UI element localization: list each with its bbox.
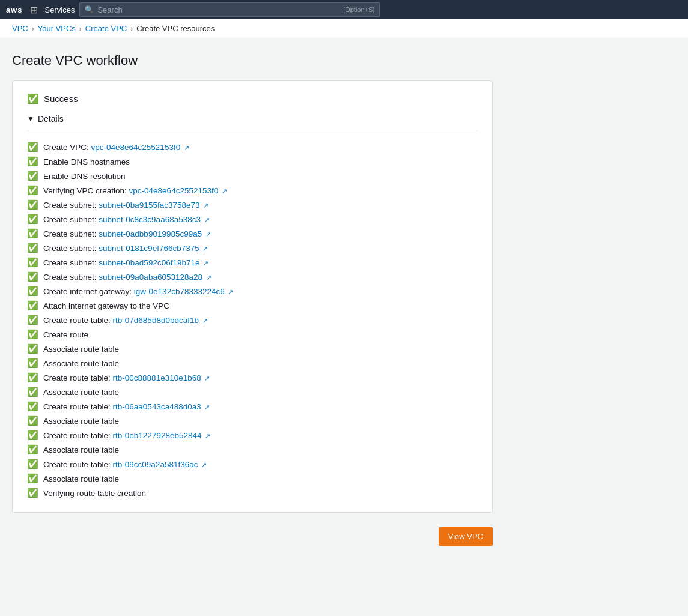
list-item: ✅ Verifying route table creation [27, 486, 478, 500]
aws-logo: aws [6, 5, 23, 14]
breadcrumb-current: Create VPC resources [136, 24, 215, 33]
vpc-link-1[interactable]: vpc-04e8e64c2552153f0 [91, 143, 181, 152]
subnet-link-2[interactable]: subnet-0c8c3c9aa68a538c3 [99, 215, 201, 224]
breadcrumb-create-vpc[interactable]: Create VPC [85, 24, 127, 33]
subnet-link-3[interactable]: subnet-0adbb9019985c99a5 [99, 229, 202, 238]
external-link-icon: ↗ [203, 202, 209, 209]
check-icon: ✅ [27, 401, 38, 412]
list-item: ✅ Associate route table [27, 414, 478, 428]
list-item: ✅ Create subnet: subnet-0ba9155fac3758e7… [27, 198, 478, 212]
igw-link[interactable]: igw-0e132cb78333224c6 [134, 287, 225, 296]
step-text: Create route table: rtb-07d685d8d0bdcaf1… [43, 316, 208, 325]
check-icon: ✅ [27, 415, 38, 426]
subnet-link-1[interactable]: subnet-0ba9155fac3758e73 [99, 201, 199, 210]
list-item: ✅ Associate route table [27, 342, 478, 356]
external-link-icon: ↗ [228, 288, 233, 295]
page-title: Create VPC workflow [12, 53, 676, 68]
subnet-link-5[interactable]: subnet-0bad592c06f19b71e [99, 258, 199, 267]
list-item: ✅ Associate route table [27, 385, 478, 399]
list-item: ✅ Enable DNS hostnames [27, 154, 478, 169]
list-item: ✅ Create route table: rtb-07d685d8d0bdca… [27, 313, 478, 327]
search-bar: 🔍 [Option+S] [79, 2, 380, 17]
list-item: ✅ Create internet gateway: igw-0e132cb78… [27, 284, 478, 298]
check-icon: ✅ [27, 214, 38, 225]
details-label: Details [38, 114, 64, 124]
list-item: ✅ Attach internet gateway to the VPC [27, 298, 478, 313]
step-text: Create subnet: subnet-0c8c3c9aa68a538c3 … [43, 215, 210, 224]
step-text: Create route table: rtb-09cc09a2a581f36a… [43, 460, 207, 469]
search-shortcut: [Option+S] [343, 6, 374, 13]
search-icon: 🔍 [85, 5, 94, 14]
grid-icon[interactable]: ⊞ [30, 4, 38, 16]
list-item: ✅ Associate route table [27, 356, 478, 370]
external-link-icon: ↗ [222, 187, 227, 195]
list-item: ✅ Associate route table [27, 471, 478, 486]
list-item: ✅ Create route table: rtb-0eb1227928eb52… [27, 428, 478, 442]
check-icon: ✅ [27, 387, 38, 397]
subnet-link-6[interactable]: subnet-09a0aba6053128a28 [99, 273, 202, 282]
breadcrumb: VPC › Your VPCs › Create VPC › Create VP… [0, 19, 688, 38]
details-section: ▼ Details ✅ Create VPC: vpc-04e8e64c2552… [27, 114, 478, 500]
check-icon: ✅ [27, 329, 38, 340]
details-divider [27, 131, 478, 131]
list-item: ✅ Create subnet: subnet-0bad592c06f19b71… [27, 255, 478, 270]
step-text: Create VPC: vpc-04e8e64c2552153f0 ↗ [43, 143, 189, 152]
success-header: ✅ Success [27, 93, 478, 104]
rtb-link-3[interactable]: rtb-06aa0543ca488d0a3 [113, 402, 201, 411]
breadcrumb-your-vpcs[interactable]: Your VPCs [38, 24, 76, 33]
main-content: Create VPC workflow ✅ Success ▼ Details … [0, 38, 688, 560]
search-input[interactable] [97, 5, 338, 14]
check-icon: ✅ [27, 444, 38, 455]
services-button[interactable]: Services [45, 5, 75, 14]
step-text: Associate route table [43, 388, 119, 397]
breadcrumb-vpc[interactable]: VPC [12, 24, 28, 33]
step-text: Create subnet: subnet-0adbb9019985c99a5 … [43, 229, 211, 238]
check-icon: ✅ [27, 185, 38, 196]
card-footer: View VPC [12, 527, 493, 546]
step-text: Create route [43, 330, 88, 339]
check-icon: ✅ [27, 271, 38, 282]
rtb-link-4[interactable]: rtb-0eb1227928eb52844 [113, 431, 202, 440]
external-link-icon: ↗ [206, 274, 212, 281]
list-item: ✅ Create route table: rtb-09cc09a2a581f3… [27, 457, 478, 471]
check-icon: ✅ [27, 286, 38, 297]
list-item: ✅ Create subnet: subnet-09a0aba6053128a2… [27, 270, 478, 284]
view-vpc-button[interactable]: View VPC [439, 527, 493, 546]
subnet-link-4[interactable]: subnet-0181c9ef766cb7375 [99, 244, 199, 253]
breadcrumb-sep-2: › [79, 25, 82, 33]
external-link-icon: ↗ [202, 317, 208, 324]
breadcrumb-sep-3: › [130, 25, 133, 33]
external-link-icon: ↗ [203, 259, 209, 267]
chevron-down-icon: ▼ [27, 115, 34, 123]
step-text: Enable DNS hostnames [43, 157, 130, 166]
check-icon: ✅ [27, 315, 38, 325]
check-icon: ✅ [27, 171, 38, 181]
check-icon: ✅ [27, 243, 38, 253]
step-text: Attach internet gateway to the VPC [43, 301, 169, 310]
step-text: Verifying route table creation [43, 489, 146, 498]
step-text: Associate route table [43, 445, 119, 454]
external-link-icon: ↗ [204, 403, 210, 411]
list-item: ✅ Associate route table [27, 442, 478, 457]
rtb-link-2[interactable]: rtb-00c88881e310e1b68 [113, 373, 201, 382]
step-text: Enable DNS resolution [43, 172, 126, 181]
step-text: Verifying VPC creation: vpc-04e8e64c2552… [43, 186, 227, 195]
rtb-link-1[interactable]: rtb-07d685d8d0bdcaf1b [113, 316, 199, 325]
external-link-icon: ↗ [201, 461, 207, 468]
success-text: Success [44, 94, 78, 104]
step-text: Create route table: rtb-06aa0543ca488d0a… [43, 402, 210, 411]
step-text: Create route table: rtb-00c88881e310e1b6… [43, 373, 210, 382]
step-text: Associate route table [43, 345, 119, 354]
step-text: Create subnet: subnet-0ba9155fac3758e73 … [43, 201, 209, 210]
step-text: Associate route table [43, 417, 119, 426]
external-link-icon: ↗ [202, 245, 208, 252]
list-item: ✅ Create subnet: subnet-0c8c3c9aa68a538c… [27, 212, 478, 226]
success-icon: ✅ [27, 93, 39, 104]
check-icon: ✅ [27, 459, 38, 470]
check-icon: ✅ [27, 257, 38, 268]
details-header[interactable]: ▼ Details [27, 114, 478, 124]
breadcrumb-sep-1: › [32, 25, 34, 33]
check-icon: ✅ [27, 343, 38, 354]
vpc-link-2[interactable]: vpc-04e8e64c2552153f0 [129, 186, 219, 195]
rtb-link-5[interactable]: rtb-09cc09a2a581f36ac [113, 460, 198, 469]
